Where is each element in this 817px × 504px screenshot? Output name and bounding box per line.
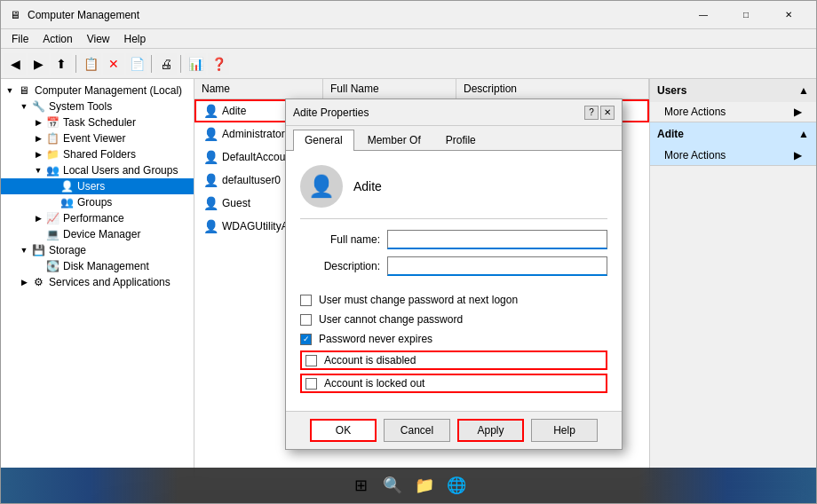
col-description[interactable]: Description [456, 79, 649, 98]
dialog-tabs: General Member Of Profile [286, 126, 622, 151]
dialog-close-btn[interactable]: ✕ [600, 106, 615, 120]
gr-expand [45, 195, 59, 209]
user-name-label: Adite [222, 105, 246, 117]
dm-icon: 💻 [45, 227, 59, 241]
tree-device-manager[interactable]: 💻 Device Manager [1, 226, 194, 242]
toolbar-properties[interactable]: 📄 [126, 53, 147, 75]
user-icon: 👤 [203, 127, 218, 141]
menu-action[interactable]: Action [36, 31, 79, 47]
close-button[interactable]: ✕ [768, 1, 809, 29]
taskbar-search[interactable]: 🔍 [378, 471, 407, 500]
menu-view[interactable]: View [80, 31, 117, 47]
actions-more-adite[interactable]: More Actions ▶ [650, 146, 816, 165]
toolbar-help[interactable]: ❓ [208, 53, 229, 75]
adite-arrow-icon: ▲ [798, 128, 809, 140]
tree-performance[interactable]: ▶ 📈 Performance [1, 210, 194, 226]
user-name-label: DefaultAccount [222, 151, 294, 163]
cannot-change-row: User cannot change password [300, 311, 607, 327]
us-icon: 👤 [59, 179, 74, 193]
is-locked-label[interactable]: Account is locked out [324, 377, 424, 390]
user-icon: 👤 [203, 196, 218, 210]
ok-button[interactable]: OK [310, 419, 377, 442]
pe-icon: 📈 [45, 211, 59, 225]
sf-icon: 📁 [45, 147, 59, 161]
tab-member-of[interactable]: Member Of [356, 130, 432, 150]
di-label: Disk Management [63, 260, 149, 272]
tree-local-users[interactable]: ▼ 👥 Local Users and Groups [1, 162, 194, 178]
ts-label: Task Scheduler [63, 116, 136, 129]
taskbar: ⊞ 🔍 📁 🌐 [1, 468, 816, 503]
user-name-label: Guest [222, 197, 250, 209]
taskbar-browser[interactable]: 🌐 [442, 471, 471, 500]
cannot-change-label[interactable]: User cannot change password [319, 313, 463, 326]
must-change-label[interactable]: User must change password at next logon [319, 294, 518, 306]
st-label: Storage [49, 244, 86, 256]
never-expires-label[interactable]: Password never expires [319, 333, 432, 345]
is-disabled-label[interactable]: Account is disabled [324, 354, 416, 366]
tree-system-tools[interactable]: ▼ 🔧 System Tools [1, 98, 194, 114]
tree-services[interactable]: ▶ ⚙ Services and Applications [1, 274, 194, 290]
tree-event-viewer[interactable]: ▶ 📋 Event Viewer [1, 130, 194, 146]
st-icon: 💾 [31, 243, 45, 257]
is-disabled-row: Account is disabled [300, 350, 607, 370]
is-locked-checkbox[interactable] [305, 378, 317, 390]
actions-adite-label: Adite [657, 128, 684, 140]
toolbar-copy[interactable]: 📋 [80, 53, 101, 75]
toolbar-print[interactable]: 🖨 [155, 53, 177, 75]
actions-adite-section: Adite ▲ More Actions ▶ [650, 122, 816, 166]
help-button[interactable]: Help [531, 419, 598, 442]
avatar: 👤 [300, 165, 343, 208]
toolbar-delete[interactable]: ✕ [103, 53, 124, 75]
tree-storage[interactable]: ▼ 💾 Storage [1, 242, 194, 258]
user-icon: 👤 [203, 219, 218, 233]
sa-label: Services and Applications [49, 276, 171, 288]
user-name-label: Administrator [222, 128, 285, 140]
tree-task-scheduler[interactable]: ▶ 📅 Task Scheduler [1, 114, 194, 130]
menu-help[interactable]: Help [117, 31, 154, 47]
cannot-change-checkbox[interactable] [300, 314, 312, 326]
tree-shared-folders[interactable]: ▶ 📁 Shared Folders [1, 146, 194, 162]
dm-label: Device Manager [63, 228, 140, 240]
apply-button[interactable]: Apply [457, 419, 524, 442]
is-disabled-checkbox[interactable] [305, 355, 317, 366]
maximize-button[interactable]: □ [726, 1, 766, 29]
menu-file[interactable]: File [4, 31, 36, 47]
title-bar-controls: — □ ✕ [683, 1, 809, 29]
tab-profile[interactable]: Profile [434, 130, 488, 150]
taskbar-start[interactable]: ⊞ [346, 471, 375, 500]
actions-users-header[interactable]: Users ▲ [650, 79, 816, 102]
tree-groups[interactable]: 👥 Groups [1, 194, 194, 210]
actions-users-section: Users ▲ More Actions ▶ [650, 79, 816, 122]
sa-expand: ▶ [17, 275, 31, 289]
must-change-checkbox[interactable] [300, 295, 312, 306]
tree-disk-management[interactable]: 💽 Disk Management [1, 258, 194, 274]
pe-label: Performance [63, 212, 124, 224]
actions-adite-header[interactable]: Adite ▲ [650, 122, 816, 146]
di-icon: 💽 [45, 259, 59, 273]
more-actions-adite-label: More Actions [664, 149, 726, 161]
toolbar-back[interactable]: ◀ [4, 53, 26, 75]
taskbar-files[interactable]: 📁 [410, 471, 439, 500]
fullname-input[interactable] [387, 230, 607, 249]
toolbar-forward[interactable]: ▶ [28, 53, 49, 75]
actions-more-users[interactable]: More Actions ▶ [650, 102, 816, 122]
title-bar: 🖥 Computer Management — □ ✕ [1, 1, 816, 29]
col-fullname[interactable]: Full Name [323, 79, 456, 98]
col-name[interactable]: Name [194, 79, 323, 98]
toolbar-chart[interactable]: 📊 [185, 53, 206, 75]
never-expires-checkbox[interactable] [300, 334, 312, 345]
sys-expand: ▼ [17, 99, 31, 114]
sa-icon: ⚙ [31, 275, 45, 289]
fullname-label: Full name: [300, 233, 380, 246]
pe-expand: ▶ [31, 211, 45, 225]
tree-users[interactable]: 👤 Users [1, 178, 194, 194]
dialog-help-btn[interactable]: ? [584, 106, 599, 120]
cancel-button[interactable]: Cancel [384, 419, 450, 442]
tab-general[interactable]: General [293, 130, 354, 151]
toolbar-up[interactable]: ⬆ [51, 53, 72, 75]
minimize-button[interactable]: — [683, 1, 724, 29]
dialog-body: 👤 Adite Full name: Description: [286, 151, 622, 411]
description-input[interactable] [387, 256, 607, 276]
tree-root[interactable]: ▼ 🖥 Computer Management (Local) [1, 83, 194, 98]
taskbar-inner: ⊞ 🔍 📁 🌐 [346, 471, 471, 500]
